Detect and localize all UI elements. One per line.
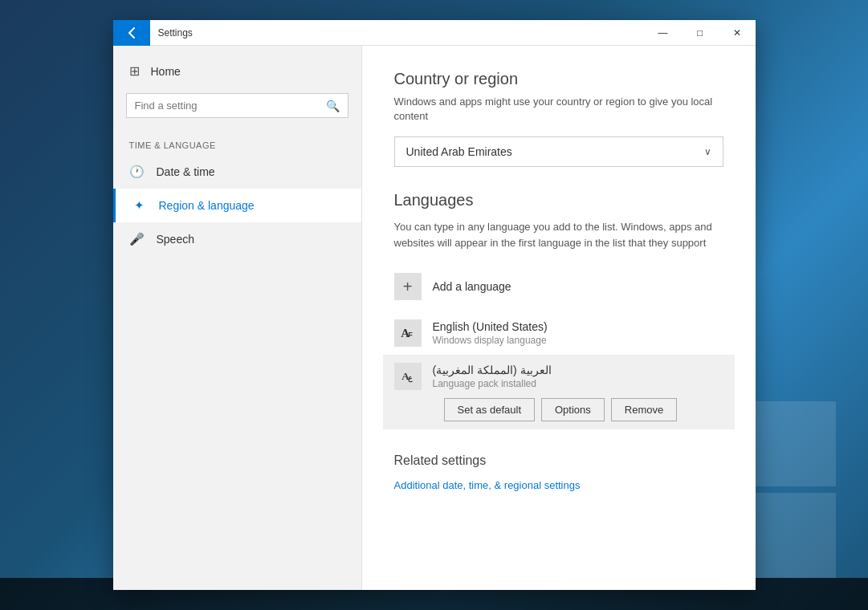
remove-button[interactable]: Remove xyxy=(611,398,677,421)
minimize-button[interactable]: — xyxy=(645,20,682,46)
lang-sub-ar: Language pack installed xyxy=(433,378,723,389)
selected-country: United Arab Emirates xyxy=(406,145,512,158)
lang-info-en: English (United States) Windows display … xyxy=(433,320,723,346)
date-time-icon: 🕐 xyxy=(129,165,145,179)
maximize-button[interactable]: □ xyxy=(682,20,719,46)
close-button[interactable]: ✕ xyxy=(719,20,756,46)
sidebar-item-region-language-label: Region & language xyxy=(159,199,255,212)
sidebar: ⊞ Home 🔍 Time & language 🕐 Date & time ✦… xyxy=(113,46,362,590)
related-settings-link[interactable]: Additional date, time, & regional settin… xyxy=(394,479,581,491)
window-title: Settings xyxy=(150,27,645,39)
search-input[interactable] xyxy=(127,94,318,117)
lang-icon-ar: Aع xyxy=(394,363,422,390)
languages-desc: You can type in any language you add to … xyxy=(394,219,723,250)
language-item-ar-container: Aع العربية (المملكة المغربية) Language p… xyxy=(383,355,735,429)
sidebar-item-date-time-label: Date & time xyxy=(157,165,215,178)
section-label: Time & language xyxy=(113,131,361,155)
lang-name-ar: العربية (المملكة المغربية) xyxy=(433,364,723,376)
add-language-label: Add a language xyxy=(433,280,511,293)
home-label: Home xyxy=(151,65,181,78)
sidebar-item-region-language[interactable]: ✦ Region & language xyxy=(113,189,361,222)
language-item-en[interactable]: AF English (United States) Windows displ… xyxy=(394,311,723,355)
language-item-ar[interactable]: Aع العربية (المملكة المغربية) Language p… xyxy=(394,355,723,398)
region-language-icon: ✦ xyxy=(132,198,148,213)
sidebar-item-date-time[interactable]: 🕐 Date & time xyxy=(113,155,361,189)
main-content: ⊞ Home 🔍 Time & language 🕐 Date & time ✦… xyxy=(113,46,756,590)
related-settings-title: Related settings xyxy=(394,453,723,468)
sidebar-item-home[interactable]: ⊞ Home xyxy=(113,54,361,88)
lang-name-en: English (United States) xyxy=(433,320,723,333)
sidebar-item-speech[interactable]: 🎤 Speech xyxy=(113,222,361,256)
language-actions: Set as default Options Remove xyxy=(394,398,723,429)
lang-sub-en: Windows display language xyxy=(433,335,723,346)
search-icon[interactable]: 🔍 xyxy=(318,95,348,117)
add-language-button[interactable]: + Add a language xyxy=(394,266,723,307)
speech-icon: 🎤 xyxy=(129,232,145,246)
window-controls: — □ ✕ xyxy=(645,20,756,46)
country-dropdown[interactable]: United Arab Emirates ∨ xyxy=(394,136,723,167)
back-button[interactable] xyxy=(113,20,150,46)
search-box: 🔍 xyxy=(126,93,348,118)
lang-icon-en: AF xyxy=(394,319,422,347)
right-content: Country or region Windows and apps might… xyxy=(362,46,756,590)
add-icon: + xyxy=(394,273,422,300)
set-default-button[interactable]: Set as default xyxy=(444,398,536,421)
country-section-desc: Windows and apps might use your country … xyxy=(394,95,723,124)
lang-info-ar: العربية (المملكة المغربية) Language pack… xyxy=(433,364,723,389)
languages-title: Languages xyxy=(394,191,723,209)
settings-window: Settings — □ ✕ ⊞ Home 🔍 Time & language xyxy=(113,20,756,590)
country-section-title: Country or region xyxy=(394,70,723,88)
sidebar-item-speech-label: Speech xyxy=(157,233,194,246)
dropdown-chevron-icon: ∨ xyxy=(704,146,711,157)
title-bar: Settings — □ ✕ xyxy=(113,20,756,46)
options-button[interactable]: Options xyxy=(541,398,605,421)
home-icon: ⊞ xyxy=(129,63,140,79)
